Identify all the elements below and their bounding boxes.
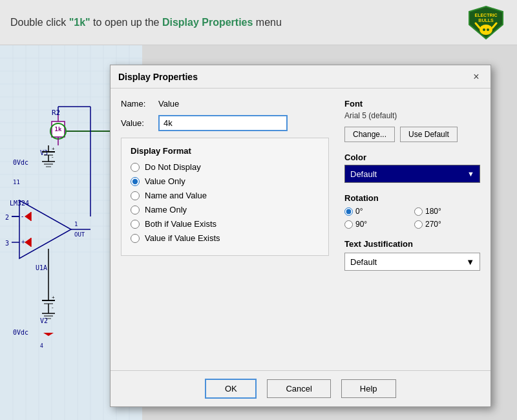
- dialog-title: Display Properties: [118, 72, 198, 82]
- name-value: Value: [158, 99, 179, 109]
- radio-do-not-display-label: Do Not Display: [145, 162, 201, 172]
- instruction-prefix: Double click: [10, 17, 69, 28]
- svg-text:2: 2: [5, 214, 9, 221]
- svg-text:3: 3: [5, 240, 9, 247]
- name-label: Name:: [121, 99, 153, 109]
- font-subtitle: Arial 5 (default): [344, 111, 480, 120]
- display-format-section: Display Format Do Not Display Value Only…: [121, 138, 329, 256]
- value-label: Value:: [121, 118, 153, 128]
- main-content: R2 1k V3 0Vdc + - LM324 2 3 -: [0, 45, 517, 420]
- radio-value-only[interactable]: Value Only: [131, 176, 319, 186]
- help-button[interactable]: Help: [341, 379, 396, 398]
- instruction-banner: Double click "1k" to open up the Display…: [0, 0, 517, 45]
- instruction-suffix: menu: [253, 17, 281, 28]
- radio-name-and-value-input[interactable]: [131, 191, 140, 200]
- rotation-section: Rotation 0° 180° 90°: [344, 193, 480, 229]
- rotation-270-input[interactable]: [414, 220, 423, 229]
- color-dropdown[interactable]: Default ▼: [344, 165, 480, 183]
- svg-point-6: [483, 28, 485, 31]
- use-default-font-button[interactable]: Use Default: [400, 127, 458, 142]
- font-button-row: Change... Use Default: [344, 127, 480, 142]
- svg-text:0Vdc: 0Vdc: [13, 159, 28, 166]
- svg-text:OUT: OUT: [74, 231, 85, 238]
- rotation-180-option[interactable]: 180°: [414, 207, 480, 216]
- instruction-highlight2: Display Properties: [162, 17, 253, 28]
- rotation-180-input[interactable]: [414, 207, 423, 216]
- svg-text:4: 4: [40, 343, 43, 349]
- right-panel: Font Arial 5 (default) Change... Use Def…: [344, 99, 480, 281]
- svg-text:+: +: [21, 238, 25, 246]
- rotation-90-input[interactable]: [344, 220, 353, 229]
- logo-area: ELECTRIC BULLS: [465, 5, 507, 40]
- svg-text:1k: 1k: [55, 126, 62, 132]
- justification-dropdown[interactable]: Default ▼: [344, 253, 480, 271]
- cancel-button[interactable]: Cancel: [267, 379, 330, 398]
- radio-value-only-label: Value Only: [145, 176, 185, 186]
- close-button[interactable]: ×: [470, 70, 483, 83]
- instruction-middle: to open up the: [90, 17, 162, 28]
- ok-button[interactable]: OK: [205, 379, 257, 399]
- svg-text:+: +: [52, 295, 55, 300]
- radio-value-if-value-exists-input[interactable]: [131, 234, 140, 243]
- radio-both-if-value-exists[interactable]: Both if Value Exists: [131, 219, 319, 229]
- font-title: Font: [344, 99, 480, 109]
- rotation-90-option[interactable]: 90°: [344, 220, 410, 229]
- svg-point-7: [487, 28, 489, 31]
- chevron-down-icon-justification: ▼: [466, 257, 474, 267]
- value-input[interactable]: [158, 115, 288, 131]
- svg-text:0Vdc: 0Vdc: [13, 329, 28, 336]
- svg-text:-: -: [21, 213, 23, 220]
- color-title: Color: [344, 152, 480, 162]
- rotation-0-input[interactable]: [344, 207, 353, 216]
- radio-value-if-value-exists[interactable]: Value if Value Exists: [131, 233, 319, 243]
- rotation-270-label: 270°: [425, 220, 441, 229]
- justification-selected-value: Default: [350, 257, 377, 267]
- change-font-button[interactable]: Change...: [344, 127, 395, 142]
- rotation-270-option[interactable]: 270°: [414, 220, 480, 229]
- name-row: Name: Value: [121, 99, 329, 109]
- rotation-180-label: 180°: [425, 207, 441, 216]
- chevron-down-icon: ▼: [467, 170, 474, 178]
- radio-name-only-input[interactable]: [131, 205, 140, 215]
- rotation-0-label: 0°: [355, 207, 363, 216]
- radio-do-not-display-input[interactable]: [131, 163, 140, 172]
- rotation-0-option[interactable]: 0°: [344, 207, 410, 216]
- dialog-body: Name: Value Value: Display Format Do Not…: [111, 89, 491, 291]
- left-panel: Name: Value Value: Display Format Do Not…: [121, 99, 329, 281]
- radio-name-only-label: Name Only: [145, 205, 187, 215]
- font-section: Font Arial 5 (default) Change... Use Def…: [344, 99, 480, 142]
- svg-text:+: +: [52, 146, 55, 152]
- justification-section: Text Justification Default ▼: [344, 239, 480, 271]
- svg-text:-: -: [52, 154, 54, 160]
- svg-point-3: [480, 25, 492, 35]
- justification-title: Text Justification: [344, 239, 480, 249]
- svg-text:-: -: [52, 304, 54, 310]
- dialog-overlay: Display Properties × Name: Value Value:: [110, 65, 491, 407]
- radio-both-if-value-exists-label: Both if Value Exists: [145, 219, 216, 229]
- svg-text:1: 1: [74, 221, 78, 227]
- value-row: Value:: [121, 115, 329, 131]
- display-format-title: Display Format: [131, 146, 319, 156]
- instruction-highlight1: "1k": [69, 17, 90, 28]
- rotation-90-label: 90°: [355, 220, 367, 229]
- instruction-text: Double click "1k" to open up the Display…: [10, 17, 282, 28]
- radio-value-only-input[interactable]: [131, 177, 140, 186]
- dialog-footer: OK Cancel Help: [111, 370, 491, 406]
- radio-name-only[interactable]: Name Only: [131, 205, 319, 215]
- svg-text:11: 11: [13, 179, 20, 185]
- radio-both-if-value-exists-input[interactable]: [131, 220, 140, 229]
- radio-name-and-value[interactable]: Name and Value: [131, 191, 319, 200]
- radio-name-and-value-label: Name and Value: [145, 191, 207, 200]
- radio-do-not-display[interactable]: Do Not Display: [131, 162, 319, 172]
- radio-value-if-value-exists-label: Value if Value Exists: [145, 233, 220, 243]
- rotation-title: Rotation: [344, 193, 480, 203]
- svg-text:ELECTRIC: ELECTRIC: [475, 13, 498, 17]
- svg-text:BULLS: BULLS: [478, 18, 494, 23]
- rotation-grid: 0° 180° 90° 270°: [344, 207, 480, 229]
- svg-text:R2: R2: [52, 109, 60, 117]
- color-selected-value: Default: [350, 169, 377, 179]
- dialog-titlebar: Display Properties ×: [111, 65, 491, 89]
- color-section: Color Default ▼: [344, 152, 480, 183]
- svg-text:U1A: U1A: [36, 264, 47, 271]
